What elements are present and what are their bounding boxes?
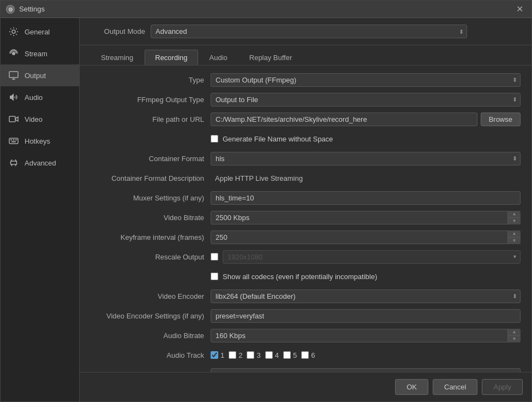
track-4-checkbox[interactable] bbox=[265, 351, 273, 359]
show-codecs-text: Show all codecs (even if potentially inc… bbox=[223, 273, 377, 281]
output-mode-label: Output Mode bbox=[91, 27, 145, 36]
content-area: General Stream bbox=[1, 18, 531, 401]
track-4-item: 4 bbox=[265, 351, 279, 359]
tab-recording[interactable]: Recording bbox=[145, 50, 198, 65]
keyframe-interval-down[interactable]: ▼ bbox=[508, 238, 521, 244]
keyframe-interval-up[interactable]: ▲ bbox=[508, 230, 521, 238]
container-format-control: hls mp4 mkv flv ts bbox=[211, 152, 521, 165]
track-3-checkbox[interactable] bbox=[247, 351, 254, 359]
generate-filename-checkbox[interactable] bbox=[211, 135, 218, 143]
audio-bitrate-input[interactable] bbox=[211, 329, 521, 342]
tab-audio[interactable]: Audio bbox=[199, 50, 238, 65]
video-icon bbox=[8, 114, 19, 125]
track-2-label: 2 bbox=[238, 351, 242, 359]
ffmpeg-type-control: Output to File Output to URL bbox=[211, 93, 521, 107]
video-bitrate-input[interactable] bbox=[211, 211, 521, 224]
generate-filename-checkbox-row: Generate File Name without Space bbox=[211, 135, 521, 143]
rescale-output-control: 1920x1080 bbox=[211, 250, 521, 264]
tabs-bar: Streaming Recording Audio Replay Buffer bbox=[80, 45, 531, 66]
video-encoder-settings-input[interactable] bbox=[211, 309, 521, 323]
stream-icon bbox=[8, 48, 19, 59]
output-icon bbox=[8, 70, 19, 81]
svg-rect-4 bbox=[9, 72, 18, 78]
svg-rect-6 bbox=[9, 138, 18, 144]
svg-text:⚙: ⚙ bbox=[8, 7, 13, 13]
track-5-checkbox[interactable] bbox=[283, 351, 291, 359]
browse-button[interactable]: Browse bbox=[481, 113, 521, 126]
video-encoder-select[interactable]: libx264 (Default Encoder) bbox=[211, 289, 521, 303]
muxer-settings-row: Muxer Settings (if any) bbox=[91, 189, 521, 206]
type-control: Custom Output (FFmpeg) Standard bbox=[211, 73, 521, 87]
sidebar-item-stream[interactable]: Stream bbox=[1, 43, 79, 64]
tab-streaming[interactable]: Streaming bbox=[91, 50, 144, 65]
type-label: Type bbox=[91, 76, 211, 84]
svg-rect-9 bbox=[15, 139, 17, 140]
show-codecs-checkbox[interactable] bbox=[211, 273, 218, 280]
audio-encoder-select[interactable]: aac (Default Encoder) bbox=[211, 368, 521, 373]
sidebar-item-audio[interactable]: Audio bbox=[1, 86, 79, 108]
rescale-output-row: Rescale Output 1920x1080 bbox=[91, 248, 521, 265]
apply-button[interactable]: Apply bbox=[482, 379, 523, 395]
track-3-label: 3 bbox=[256, 351, 260, 359]
show-codecs-checkbox-row: Show all codecs (even if potentially inc… bbox=[211, 273, 521, 281]
svg-rect-5 bbox=[9, 116, 15, 122]
sidebar-label-stream: Stream bbox=[25, 50, 47, 58]
main-panel: Output Mode Advanced Simple Streaming Re… bbox=[80, 18, 531, 401]
cancel-button[interactable]: Cancel bbox=[433, 379, 477, 395]
file-path-input[interactable] bbox=[211, 113, 477, 126]
type-select[interactable]: Custom Output (FFmpeg) Standard bbox=[211, 73, 521, 87]
file-path-row: File path or URL Browse bbox=[91, 110, 521, 128]
audio-encoder-row: Audio Encoder aac (Default Encoder) bbox=[91, 366, 521, 372]
audio-track-row: Audio Track 1 2 bbox=[91, 346, 521, 364]
track-2-item: 2 bbox=[229, 351, 242, 359]
audio-track-control: 1 2 3 4 bbox=[211, 351, 521, 359]
track-5-label: 5 bbox=[293, 351, 297, 359]
ffmpeg-type-select[interactable]: Output to File Output to URL bbox=[211, 93, 521, 107]
sidebar-item-general[interactable]: General bbox=[1, 21, 79, 43]
type-row: Type Custom Output (FFmpeg) Standard bbox=[91, 71, 521, 88]
audio-track-checkboxes: 1 2 3 4 bbox=[211, 351, 521, 359]
video-encoder-label: Video Encoder bbox=[91, 292, 211, 300]
keyframe-interval-row: Keyframe interval (frames) ▲ ▼ bbox=[91, 228, 521, 246]
track-6-checkbox[interactable] bbox=[301, 351, 309, 359]
close-button[interactable]: ✕ bbox=[513, 3, 526, 16]
output-mode-bar: Output Mode Advanced Simple bbox=[80, 18, 531, 45]
track-3-item: 3 bbox=[247, 351, 260, 359]
sidebar-item-advanced[interactable]: Advanced bbox=[1, 152, 79, 174]
output-mode-select-wrapper: Advanced Simple bbox=[151, 25, 467, 38]
audio-icon bbox=[8, 92, 19, 103]
audio-bitrate-down[interactable]: ▼ bbox=[508, 336, 521, 342]
video-bitrate-up[interactable]: ▲ bbox=[508, 211, 521, 218]
hotkeys-icon bbox=[8, 135, 19, 146]
video-bitrate-arrows: ▲ ▼ bbox=[507, 211, 521, 224]
sidebar-item-output[interactable]: Output bbox=[1, 64, 79, 86]
app-icon: ⚙ bbox=[6, 5, 15, 14]
svg-rect-10 bbox=[11, 141, 16, 143]
generate-filename-row: Generate File Name without Space bbox=[91, 130, 521, 147]
audio-bitrate-control: ▲ ▼ bbox=[211, 329, 521, 342]
sidebar-item-video[interactable]: Video bbox=[1, 108, 79, 130]
rescale-select[interactable]: 1920x1080 bbox=[223, 250, 521, 264]
container-format-select[interactable]: hls mp4 mkv flv ts bbox=[211, 152, 521, 165]
track-6-label: 6 bbox=[311, 351, 315, 359]
video-bitrate-down[interactable]: ▼ bbox=[508, 218, 521, 224]
audio-bitrate-up[interactable]: ▲ bbox=[508, 329, 521, 336]
muxer-settings-input[interactable] bbox=[211, 191, 521, 205]
general-icon bbox=[8, 26, 19, 37]
video-encoder-select-wrapper: libx264 (Default Encoder) bbox=[211, 289, 521, 303]
output-mode-select[interactable]: Advanced Simple bbox=[151, 25, 467, 38]
sidebar-item-hotkeys[interactable]: Hotkeys bbox=[1, 130, 79, 152]
audio-track-label: Audio Track bbox=[91, 351, 211, 359]
tab-replay-buffer[interactable]: Replay Buffer bbox=[239, 50, 303, 65]
file-path-control: Browse bbox=[211, 113, 521, 126]
track-1-checkbox[interactable] bbox=[211, 351, 218, 359]
sidebar-label-general: General bbox=[25, 28, 50, 36]
ok-button[interactable]: OK bbox=[395, 379, 428, 395]
svg-point-2 bbox=[12, 30, 15, 33]
rescale-select-wrapper: 1920x1080 bbox=[223, 250, 521, 264]
show-codecs-row: Show all codecs (even if potentially inc… bbox=[91, 268, 521, 285]
rescale-checkbox[interactable] bbox=[211, 253, 218, 261]
keyframe-interval-arrows: ▲ ▼ bbox=[507, 230, 521, 244]
track-2-checkbox[interactable] bbox=[229, 351, 236, 359]
keyframe-interval-input[interactable] bbox=[211, 230, 521, 244]
